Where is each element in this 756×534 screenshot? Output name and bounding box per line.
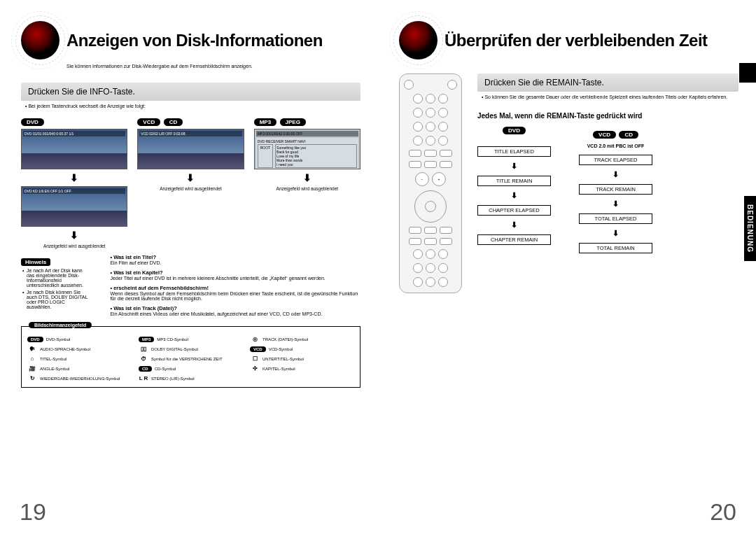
- badge-vcd: VCD: [137, 118, 160, 126]
- glossary-desc: Ein Abschnitt eines Videos oder eine Mus…: [110, 311, 360, 316]
- state-title-elapsed: TITLE ELAPSED: [477, 146, 551, 157]
- remote-button[interactable]: [424, 238, 437, 245]
- legend-item: 🗣AUDIO-SPRACHE-Symbol: [27, 346, 132, 352]
- state-track-remain: TRACK REMAIN: [579, 184, 652, 195]
- legend-text: KAPITEL-Symbol: [262, 367, 295, 371]
- legend-symbol: DVD: [27, 337, 43, 342]
- legend-text: TITEL-Symbol: [40, 357, 66, 361]
- list-item: erscheint auf dem Fernsehbildschirm!Wenn…: [110, 285, 360, 301]
- remote-plus[interactable]: +: [432, 172, 446, 186]
- legend-text: WIEDERGABE-WIEDERHOLUNG-Symbol: [40, 377, 120, 381]
- legend-symbol: L R: [139, 376, 148, 381]
- remote-button[interactable]: [413, 277, 423, 287]
- hinweis-list: Je nach Art der Disk kann das eingeblend…: [22, 268, 88, 309]
- remote-button[interactable]: [409, 227, 421, 234]
- list-item: Je nach Disk können Sie auch DTS, DOLBY …: [22, 290, 88, 309]
- remain-vcd-group: VCD CD VCD 2.0 mit PBC ist OFF TRACK ELA…: [579, 127, 652, 255]
- remote-button[interactable]: [438, 108, 448, 118]
- legend-item: ↻WIEDERGABE-WIEDERHOLUNG-Symbol: [27, 376, 132, 381]
- remote-button[interactable]: [413, 136, 423, 146]
- remote-button[interactable]: [438, 136, 448, 146]
- vcd-osd: VCD 02/02 L/R OFF 0:02:08: [137, 129, 244, 169]
- down-arrow-icon: ⬇: [612, 170, 619, 179]
- remote-button[interactable]: [426, 94, 435, 104]
- legend-item: 🎥ANGLE-Symbol: [27, 366, 132, 372]
- legend-symbol: ✣: [250, 366, 260, 372]
- remote-button[interactable]: [440, 150, 452, 157]
- remote-button[interactable]: [440, 161, 452, 168]
- remote-button[interactable]: [413, 122, 423, 132]
- remote-button[interactable]: [424, 227, 437, 234]
- badge-jpeg: JPEG: [280, 118, 306, 126]
- glossary-term: Was ist ein Kapitel?: [110, 269, 360, 276]
- remote-button[interactable]: [424, 150, 437, 157]
- list-item: Was ist ein Titel?Ein Film auf einer DVD…: [110, 254, 360, 265]
- remote-button[interactable]: [409, 161, 421, 168]
- remote-button[interactable]: [409, 238, 421, 245]
- vcd-pbc-note: VCD 2.0 mit PBC ist OFF: [587, 143, 645, 148]
- remote-button[interactable]: [440, 227, 452, 234]
- down-arrow-icon: ⬇: [612, 229, 619, 238]
- remain-dvd-group: DVD TITLE ELAPSED ⬇ TITLE REMAIN ⬇ CHAPT…: [477, 127, 551, 255]
- mp3-list: Something like you Back for good Love of…: [276, 146, 356, 167]
- remote-button[interactable]: [438, 263, 448, 273]
- remote-minus[interactable]: −: [415, 172, 429, 186]
- remote-button[interactable]: [426, 108, 435, 118]
- down-arrow-icon: ⬇: [511, 220, 517, 230]
- caption-hidden-3: Anzeigefeld wird ausgeblendet: [254, 186, 360, 191]
- legend-symbol: 🎥: [27, 366, 37, 372]
- legend-text: DOLBY DIGITAL-Symbol: [151, 347, 198, 351]
- legend-symbol: ▯▯: [139, 346, 148, 352]
- remote-button[interactable]: [447, 80, 457, 90]
- remote-button[interactable]: [413, 108, 423, 118]
- mp3-root: ROOT: [258, 144, 273, 168]
- remote-button[interactable]: [426, 263, 435, 273]
- legend-text: DVD-Symbol: [46, 337, 71, 342]
- glossary-term: Was ist ein Track (Datei)?: [110, 305, 360, 311]
- remote-button[interactable]: [440, 238, 452, 245]
- caption-hidden-2: Anzeigefeld wird ausgeblendet: [137, 186, 244, 191]
- remote-button[interactable]: [426, 122, 435, 132]
- legend-item: VCDVCD-Symbol: [250, 346, 354, 352]
- legend-item: ▯▯DOLBY DIGITAL-Symbol: [139, 346, 243, 352]
- remote-button[interactable]: [438, 249, 448, 259]
- down-arrow-icon: ⬇: [21, 230, 127, 241]
- legend-text: ANGLE-Symbol: [40, 367, 69, 371]
- remote-button[interactable]: [413, 94, 423, 104]
- down-arrow-icon: ⬇: [511, 162, 517, 171]
- remote-button[interactable]: [404, 80, 414, 90]
- legend-item: ◎TRACK (DATEI)-Symbol: [250, 337, 354, 342]
- legend-text: Symbol für die VERSTRICHENE ZEIT: [151, 357, 223, 361]
- legend-item: L RSTEREO (L/R)-Symbol: [139, 376, 243, 381]
- remote-button[interactable]: [426, 249, 435, 259]
- legend-text: VCD-Symbol: [269, 347, 293, 351]
- remote-button[interactable]: [424, 161, 437, 168]
- legend-item: ☐UNTERTITEL-Symbol: [250, 356, 354, 362]
- legend-symbol: ◎: [250, 337, 260, 342]
- glossary-desc: Jeder Titel auf einer DVD ist in mehrere…: [110, 276, 360, 281]
- remote-dpad[interactable]: [414, 190, 447, 223]
- remote-button[interactable]: [409, 150, 421, 157]
- state-chapter-remain: CHAPTER REMAIN: [477, 234, 551, 245]
- badge-cd: CD: [619, 131, 638, 139]
- page-header: Überprüfen der verbleibenden Zeit: [399, 21, 738, 59]
- legend-text: UNTERTITEL-Symbol: [262, 357, 304, 361]
- glossary-list: Was ist ein Titel?Ein Film auf einer DVD…: [110, 254, 360, 321]
- badge-cd: CD: [164, 118, 183, 126]
- remote-control: −+: [399, 73, 462, 293]
- remote-button[interactable]: [413, 263, 423, 273]
- list-item: I need you: [276, 162, 356, 167]
- remote-button[interactable]: [438, 277, 448, 287]
- vcd-osd-band: VCD 02/02 L/R OFF 0:02:08: [139, 131, 241, 136]
- list-item: Was ist ein Kapitel?Jeder Titel auf eine…: [110, 269, 360, 281]
- remote-button[interactable]: [426, 277, 435, 287]
- instruction-note: Bei jedem Tastendruck wechselt die Anzei…: [25, 104, 360, 108]
- glossary-term: erscheint auf dem Fernsehbildschirm!: [110, 285, 360, 291]
- glossary-term: Was ist ein Titel?: [110, 254, 360, 260]
- remote-button[interactable]: [413, 249, 423, 259]
- instruction-bar: Drücken Sie die INFO-Taste.: [21, 83, 360, 101]
- remote-button[interactable]: [426, 136, 435, 146]
- remote-button[interactable]: [438, 122, 448, 132]
- remote-button[interactable]: [438, 94, 448, 104]
- legend-label: Bildschirmanzeigefeld: [29, 322, 92, 328]
